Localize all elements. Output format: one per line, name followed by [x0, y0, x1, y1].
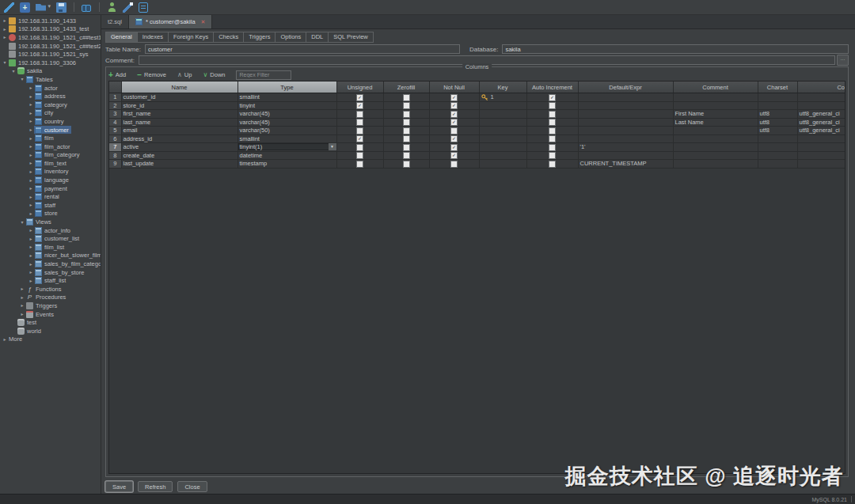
tree-collapsed-icon[interactable]: ▸	[19, 285, 25, 293]
name-cell[interactable]: active	[121, 143, 238, 152]
type-cell[interactable]: varchar(50)	[238, 127, 336, 135]
default-expr-cell[interactable]	[578, 101, 673, 110]
regex-filter-input[interactable]	[236, 70, 291, 80]
auto-increment-checkbox[interactable]	[549, 161, 556, 168]
tree-collapsed-icon[interactable]: ▸	[28, 210, 34, 218]
charset-cell[interactable]: utf8	[758, 127, 797, 135]
sidebar-item-192-168-31-190-1521-c-test2[interactable]: 192.168.31.190_1521_c##test2	[0, 42, 101, 51]
comment-cell[interactable]	[673, 135, 758, 143]
key-cell[interactable]	[479, 143, 526, 152]
user-icon[interactable]	[107, 2, 117, 13]
comment-cell[interactable]: Last Name	[673, 118, 758, 127]
zerofill-checkbox[interactable]	[403, 102, 410, 109]
unsigned-cell[interactable]	[336, 143, 383, 152]
sidebar-item-192-168-31-190-1433[interactable]: ▸192.168.31.190_1433	[0, 17, 101, 25]
column-header-charset[interactable]: Charset	[758, 81, 797, 93]
tree-collapsed-icon[interactable]: ▸	[28, 84, 34, 92]
sidebar-item-film[interactable]: ▸film	[0, 134, 101, 142]
tab-general[interactable]: General	[105, 32, 137, 43]
sidebar-item-staff-list[interactable]: ▸staff_list	[0, 276, 101, 285]
unsigned-checkbox[interactable]	[356, 161, 363, 168]
sidebar-item-192-168-31-190-1521-c-test1[interactable]: ▸192.168.31.190_1521_c##test1	[0, 33, 101, 42]
tree-collapsed-icon[interactable]: ▸	[28, 184, 34, 192]
sidebar-item-sakila[interactable]: ▾sakila	[0, 67, 101, 76]
auto-increment-checkbox[interactable]	[549, 135, 556, 142]
tree-collapsed-icon[interactable]: ▸	[28, 260, 34, 268]
tree-expanded-icon[interactable]: ▾	[10, 67, 17, 75]
charset-cell[interactable]	[758, 93, 797, 102]
not-null-cell[interactable]: ✓	[429, 151, 479, 160]
unsigned-checkbox[interactable]	[356, 111, 363, 118]
comment-more-button[interactable]: ···	[837, 55, 849, 66]
default-expr-cell[interactable]	[578, 118, 673, 127]
tree-collapsed-icon[interactable]: ▸	[19, 301, 25, 309]
type-cell[interactable]: varchar(45)	[238, 110, 336, 119]
auto-increment-checkbox[interactable]	[549, 152, 556, 159]
unsigned-cell[interactable]	[336, 110, 383, 119]
name-cell[interactable]: last_name	[121, 118, 238, 127]
charset-cell[interactable]	[758, 143, 797, 152]
name-cell[interactable]: customer_id	[121, 93, 238, 102]
key-cell[interactable]	[479, 127, 526, 135]
unsigned-checkbox[interactable]: ✓	[356, 94, 363, 101]
charset-cell[interactable]	[758, 101, 797, 110]
tab-ddl[interactable]: DDL	[306, 32, 328, 43]
sidebar-item-sales-by-store[interactable]: ▸sales_by_store	[0, 268, 101, 277]
comment-cell[interactable]	[673, 101, 758, 110]
tree-collapsed-icon[interactable]: ▸	[2, 25, 8, 33]
unsigned-checkbox[interactable]	[356, 127, 363, 135]
sidebar-item-country[interactable]: ▸country	[0, 117, 101, 126]
collation-cell[interactable]	[797, 151, 846, 160]
tree-expanded-icon[interactable]: ▾	[19, 75, 25, 83]
tab-foreign-keys[interactable]: Foreign Keys	[168, 32, 213, 43]
tree-collapsed-icon[interactable]: ▸	[28, 109, 34, 117]
tree-collapsed-icon[interactable]: ▸	[2, 335, 8, 343]
tree-collapsed-icon[interactable]: ▸	[28, 252, 34, 260]
sidebar-item-192-168-31-190-1433-test[interactable]: ▸192.168.31.190_1433_test	[0, 25, 101, 34]
sidebar-item-tables[interactable]: ▾Tables	[0, 75, 101, 84]
search-icon[interactable]	[82, 2, 92, 13]
column-header-zerofill[interactable]: Zerofill	[383, 81, 429, 93]
not-null-checkbox[interactable]: ✓	[450, 135, 458, 142]
row-number-cell[interactable]: 9	[109, 160, 121, 169]
auto-increment-cell[interactable]	[526, 151, 578, 160]
tab-options[interactable]: Options	[275, 32, 306, 43]
type-cell[interactable]: smallint	[238, 135, 336, 143]
name-cell[interactable]: address_id	[121, 135, 238, 143]
row-number-cell[interactable]: 6	[109, 135, 121, 143]
comment-cell[interactable]	[673, 160, 758, 169]
key-cell[interactable]	[479, 110, 526, 119]
unsigned-checkbox[interactable]	[356, 152, 363, 159]
sidebar-item-triggers[interactable]: ▸Triggers	[0, 301, 101, 310]
editor-tab-customer-sakila[interactable]: * customer@sakila✕	[129, 15, 213, 28]
name-cell[interactable]: store_id	[121, 101, 238, 110]
unsigned-cell[interactable]	[336, 160, 383, 169]
not-null-cell[interactable]: ✓	[429, 93, 479, 102]
not-null-checkbox[interactable]	[450, 127, 458, 135]
tree-collapsed-icon[interactable]: ▸	[28, 100, 34, 108]
sidebar-item-functions[interactable]: ▸ƒFunctions	[0, 285, 101, 294]
not-null-checkbox[interactable]	[450, 161, 458, 168]
default-expr-cell[interactable]: CURRENT_TIMESTAMP	[578, 160, 673, 169]
unsigned-cell[interactable]	[336, 127, 383, 135]
save-icon[interactable]	[56, 2, 66, 13]
zerofill-checkbox[interactable]	[403, 161, 410, 168]
close-icon[interactable]: ✕	[201, 19, 206, 25]
unsigned-checkbox[interactable]	[356, 144, 363, 151]
unsigned-checkbox[interactable]: ✓	[356, 102, 363, 109]
collation-cell[interactable]: utf8_general_ci	[797, 118, 846, 127]
zerofill-cell[interactable]	[383, 110, 429, 119]
collation-cell[interactable]	[797, 101, 846, 110]
column-header-row-number[interactable]	[109, 81, 121, 93]
tree-collapsed-icon[interactable]: ▸	[28, 243, 34, 251]
unsigned-cell[interactable]: ✓	[336, 135, 383, 143]
zerofill-checkbox[interactable]	[403, 119, 410, 126]
sidebar-item-film-list[interactable]: ▸film_list	[0, 243, 101, 252]
sidebar-item-more[interactable]: ▸More	[0, 335, 101, 344]
type-cell[interactable]: varchar(45)	[238, 118, 336, 127]
collation-cell[interactable]	[797, 143, 846, 152]
row-number-cell[interactable]: 4	[109, 118, 121, 127]
key-cell[interactable]	[479, 118, 526, 127]
not-null-cell[interactable]	[429, 127, 479, 135]
column-header-name[interactable]: Name	[121, 81, 238, 93]
